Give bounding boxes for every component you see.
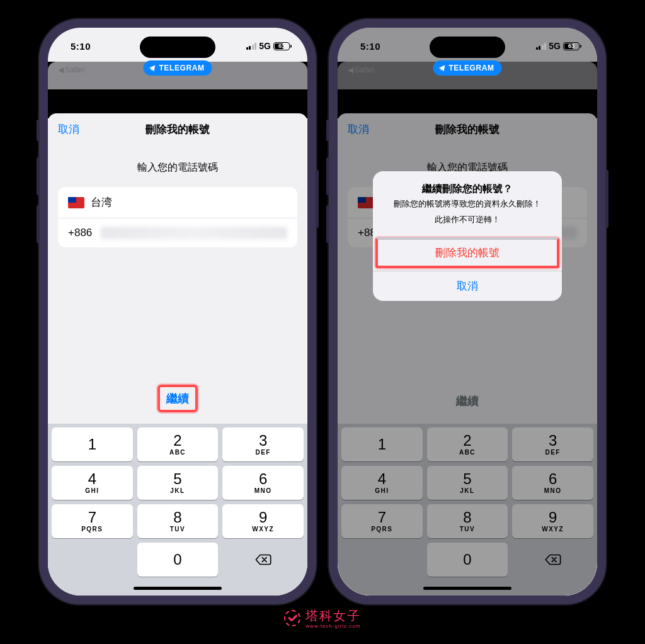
key-empty xyxy=(52,543,133,577)
phone-frame-right: 5:10 5G 63 TELEGRAM ◀ Safari xyxy=(329,19,606,604)
telegram-pill[interactable]: TELEGRAM xyxy=(143,60,212,76)
watermark-url: www.tech-girlz.com xyxy=(305,623,361,629)
key-3[interactable]: 3DEF xyxy=(222,427,304,461)
numeric-keypad: 1 2ABC 3DEF 4GHI 5JKL 6MNO 7PQRS 8TUV 9W… xyxy=(48,424,307,580)
power-button xyxy=(605,170,608,228)
network-label: 5G xyxy=(549,41,561,51)
alert-message-1: 刪除您的帳號將導致您的資料永久刪除！ xyxy=(394,199,541,208)
watermark-brand: 塔科女子 xyxy=(305,609,361,623)
country-row[interactable]: 台湾 xyxy=(58,187,297,218)
pill-label: TELEGRAM xyxy=(448,64,494,72)
chevron-left-icon: ◀ xyxy=(348,65,353,74)
volume-switch xyxy=(37,120,40,141)
status-time: 5:10 xyxy=(360,41,380,52)
key-8[interactable]: 8TUV xyxy=(137,504,219,538)
key-9[interactable]: 9WXYZ xyxy=(222,504,304,538)
signal-icon xyxy=(536,43,547,50)
country-label: 台湾 xyxy=(91,195,112,210)
alert-message-2: 此操作不可逆轉！ xyxy=(383,214,552,226)
alert-cancel-button[interactable]: 取消 xyxy=(373,271,562,301)
key-0[interactable]: 0 xyxy=(137,543,219,577)
screen-left: 5:10 5G 63 TELEGRAM ◀ Safari xyxy=(48,28,307,596)
power-button xyxy=(316,170,319,228)
key-5[interactable]: 5JKL xyxy=(137,466,219,500)
status-bar: 5:10 5G 63 xyxy=(338,28,597,62)
phone-row[interactable]: +886 xyxy=(58,218,297,247)
phone-input-card: 台湾 +886 xyxy=(58,187,297,247)
screen-right: 5:10 5G 63 TELEGRAM ◀ Safari xyxy=(338,28,597,596)
volume-down xyxy=(37,205,40,243)
flag-icon xyxy=(68,197,84,208)
key-7[interactable]: 7PQRS xyxy=(52,504,133,538)
dynamic-island xyxy=(140,37,215,58)
key-6[interactable]: 6MNO xyxy=(222,466,304,500)
status-time: 5:10 xyxy=(71,41,91,52)
cancel-button[interactable]: 取消 xyxy=(58,122,79,137)
watermark: 塔科女子 www.tech-girlz.com xyxy=(284,607,361,629)
chevron-left-icon: ◀ xyxy=(58,65,64,74)
battery-icon: 63 xyxy=(563,42,579,50)
back-to-safari[interactable]: ◀ Safari xyxy=(348,65,374,74)
volume-switch xyxy=(326,120,329,141)
volume-up xyxy=(326,157,329,195)
modal-dim-overlay xyxy=(338,28,597,596)
nav-bar: 取消 刪除我的帳號 xyxy=(48,113,307,145)
phone-frame-left: 5:10 5G 63 TELEGRAM ◀ Safari xyxy=(39,19,316,604)
back-to-safari[interactable]: ◀ Safari xyxy=(58,65,84,74)
alert-delete-button[interactable]: 刪除我的帳號 xyxy=(375,237,559,268)
alert-title: 繼續刪除您的帳號？ xyxy=(383,183,552,196)
volume-down xyxy=(326,205,329,243)
key-1[interactable]: 1 xyxy=(52,427,133,461)
home-indicator[interactable] xyxy=(48,580,307,596)
page-title: 刪除我的帳號 xyxy=(48,122,307,137)
backspace-icon xyxy=(254,553,272,566)
key-4[interactable]: 4GHI xyxy=(52,466,133,500)
key-backspace[interactable] xyxy=(222,543,304,577)
telegram-icon xyxy=(148,64,156,72)
prompt-label: 輸入您的電話號碼 xyxy=(48,161,307,174)
watermark-logo-icon xyxy=(284,610,300,626)
telegram-pill[interactable]: TELEGRAM xyxy=(433,60,501,76)
network-label: 5G xyxy=(259,41,271,51)
modal-sheet: 取消 刪除我的帳號 輸入您的電話號碼 台湾 +886 xyxy=(48,113,307,596)
telegram-icon xyxy=(438,64,445,72)
dial-code: +886 xyxy=(68,227,92,239)
signal-icon xyxy=(246,43,257,50)
phone-number-input[interactable] xyxy=(101,227,287,239)
confirm-delete-alert: 繼續刪除您的帳號？ 刪除您的帳號將導致您的資料永久刪除！ 此操作不可逆轉！ 刪除… xyxy=(373,171,562,301)
volume-up xyxy=(37,157,40,195)
battery-icon: 63 xyxy=(273,42,290,50)
pill-label: TELEGRAM xyxy=(159,64,204,72)
key-2[interactable]: 2ABC xyxy=(137,427,219,461)
continue-button[interactable]: 繼續 xyxy=(157,385,198,412)
